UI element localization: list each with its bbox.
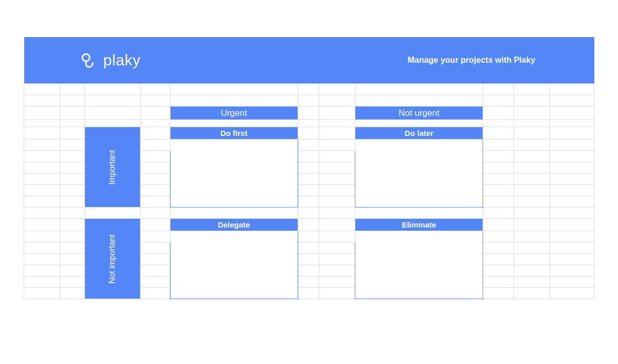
quadrant-title-do-later: Do later [355,127,483,140]
brand-name: plaky [104,51,141,69]
quadrant-title-delegate: Delegate [170,219,298,231]
quadrant-eliminate[interactable] [355,231,483,299]
quadrant-delegate[interactable] [170,231,298,299]
quadrant-title-do-first: Do first [170,127,298,140]
brand: plaky [81,51,141,69]
quadrant-do-later[interactable] [355,140,483,207]
column-header-not-urgent: Not urgent [355,107,483,120]
plaky-logo-icon [81,53,96,68]
row-header-not-important: Not important [84,219,140,299]
quadrant-do-first[interactable] [170,140,298,207]
column-header-urgent: Urgent [170,107,298,120]
header-banner: plaky Manage your projects with Plaky [24,37,550,84]
row-header-important: Important [84,127,140,207]
spreadsheet-grid[interactable]: plaky Manage your projects with Plaky Ur… [24,37,594,299]
svg-point-0 [82,54,90,61]
quadrant-title-eliminate: Eliminate [355,219,483,231]
tagline: Manage your projects with Plaky [407,56,535,65]
